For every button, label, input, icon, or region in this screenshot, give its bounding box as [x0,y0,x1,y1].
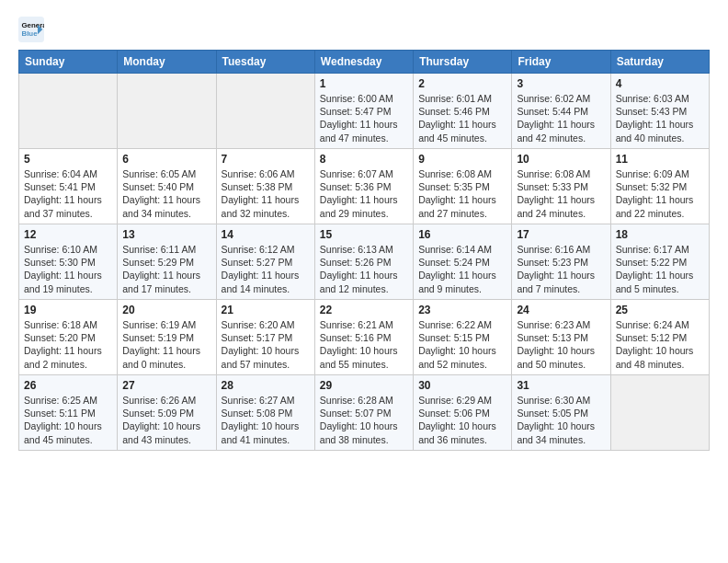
day-info: Sunrise: 6:23 AM Sunset: 5:13 PM Dayligh… [517,318,605,371]
day-number: 26 [24,379,112,392]
calendar-week-row: 12Sunrise: 6:10 AM Sunset: 5:30 PM Dayli… [19,224,710,300]
day-number: 12 [24,228,112,241]
day-number: 3 [517,77,605,90]
calendar-day-25: 25Sunrise: 6:24 AM Sunset: 5:12 PM Dayli… [610,300,709,375]
calendar-day-26: 26Sunrise: 6:25 AM Sunset: 5:11 PM Dayli… [19,375,118,451]
day-number: 16 [418,228,506,241]
day-number: 24 [517,304,605,316]
logo-icon: General Blue [18,17,44,42]
calendar-day-16: 16Sunrise: 6:14 AM Sunset: 5:24 PM Dayli… [414,224,512,300]
day-info: Sunrise: 6:10 AM Sunset: 5:30 PM Dayligh… [24,243,112,295]
day-info: Sunrise: 6:27 AM Sunset: 5:08 PM Dayligh… [222,394,310,446]
day-number: 8 [320,153,408,166]
calendar-day-8: 8Sunrise: 6:07 AM Sunset: 5:36 PM Daylig… [314,149,413,224]
day-number: 28 [222,379,310,392]
day-info: Sunrise: 6:26 AM Sunset: 5:09 PM Dayligh… [122,394,210,446]
day-info: Sunrise: 6:03 AM Sunset: 5:43 PM Dayligh… [616,92,704,144]
calendar-empty-cell [118,74,216,149]
calendar-table: SundayMondayTuesdayWednesdayThursdayFrid… [18,50,710,451]
calendar-day-24: 24Sunrise: 6:23 AM Sunset: 5:13 PM Dayli… [512,300,610,375]
day-number: 15 [320,228,408,241]
calendar-day-4: 4Sunrise: 6:03 AM Sunset: 5:43 PM Daylig… [610,74,709,149]
weekday-header-friday: Friday [512,51,610,74]
day-info: Sunrise: 6:16 AM Sunset: 5:23 PM Dayligh… [517,243,605,295]
day-info: Sunrise: 6:05 AM Sunset: 5:40 PM Dayligh… [122,167,210,220]
day-number: 7 [222,153,310,166]
day-info: Sunrise: 6:11 AM Sunset: 5:29 PM Dayligh… [122,243,210,295]
calendar-day-17: 17Sunrise: 6:16 AM Sunset: 5:23 PM Dayli… [512,224,610,300]
weekday-header-thursday: Thursday [414,51,512,74]
day-number: 13 [122,228,210,241]
calendar-week-row: 19Sunrise: 6:18 AM Sunset: 5:20 PM Dayli… [19,300,710,375]
day-number: 21 [222,304,310,316]
day-info: Sunrise: 6:07 AM Sunset: 5:36 PM Dayligh… [320,167,408,220]
calendar-week-row: 26Sunrise: 6:25 AM Sunset: 5:11 PM Dayli… [19,375,710,451]
day-number: 11 [616,153,704,166]
day-number: 23 [418,304,506,316]
day-number: 25 [616,304,704,316]
day-number: 9 [418,153,506,166]
day-number: 22 [320,304,408,316]
calendar-body: 1Sunrise: 6:00 AM Sunset: 5:47 PM Daylig… [19,74,710,451]
calendar-day-18: 18Sunrise: 6:17 AM Sunset: 5:22 PM Dayli… [610,224,709,300]
day-info: Sunrise: 6:30 AM Sunset: 5:05 PM Dayligh… [517,394,605,446]
svg-text:Blue: Blue [22,29,39,38]
calendar-day-23: 23Sunrise: 6:22 AM Sunset: 5:15 PM Dayli… [414,300,512,375]
day-info: Sunrise: 6:04 AM Sunset: 5:41 PM Dayligh… [24,167,112,220]
day-number: 2 [418,77,506,90]
day-info: Sunrise: 6:19 AM Sunset: 5:19 PM Dayligh… [122,318,210,371]
day-number: 18 [616,228,704,241]
calendar-day-5: 5Sunrise: 6:04 AM Sunset: 5:41 PM Daylig… [19,149,118,224]
calendar-header: SundayMondayTuesdayWednesdayThursdayFrid… [19,51,710,74]
calendar-day-3: 3Sunrise: 6:02 AM Sunset: 5:44 PM Daylig… [512,74,610,149]
calendar-day-15: 15Sunrise: 6:13 AM Sunset: 5:26 PM Dayli… [314,224,413,300]
weekday-header-sunday: Sunday [19,51,118,74]
day-info: Sunrise: 6:21 AM Sunset: 5:16 PM Dayligh… [320,318,408,371]
day-info: Sunrise: 6:02 AM Sunset: 5:44 PM Dayligh… [517,92,605,144]
calendar-empty-cell [610,375,709,451]
day-info: Sunrise: 6:24 AM Sunset: 5:12 PM Dayligh… [616,318,704,371]
weekday-header-row: SundayMondayTuesdayWednesdayThursdayFrid… [19,51,710,74]
calendar-day-12: 12Sunrise: 6:10 AM Sunset: 5:30 PM Dayli… [19,224,118,300]
day-info: Sunrise: 6:29 AM Sunset: 5:06 PM Dayligh… [418,394,506,446]
calendar-day-9: 9Sunrise: 6:08 AM Sunset: 5:35 PM Daylig… [414,149,512,224]
calendar-page: General Blue SundayMondayTuesdayWednesda… [0,0,728,563]
day-info: Sunrise: 6:28 AM Sunset: 5:07 PM Dayligh… [320,394,408,446]
day-number: 14 [222,228,310,241]
calendar-empty-cell [216,74,314,149]
calendar-day-27: 27Sunrise: 6:26 AM Sunset: 5:09 PM Dayli… [118,375,216,451]
calendar-day-2: 2Sunrise: 6:01 AM Sunset: 5:46 PM Daylig… [414,74,512,149]
calendar-day-28: 28Sunrise: 6:27 AM Sunset: 5:08 PM Dayli… [216,375,314,451]
day-number: 19 [24,304,112,316]
calendar-day-7: 7Sunrise: 6:06 AM Sunset: 5:38 PM Daylig… [216,149,314,224]
weekday-header-tuesday: Tuesday [216,51,314,74]
day-number: 1 [320,77,408,90]
calendar-day-6: 6Sunrise: 6:05 AM Sunset: 5:40 PM Daylig… [118,149,216,224]
day-info: Sunrise: 6:17 AM Sunset: 5:22 PM Dayligh… [616,243,704,295]
calendar-day-30: 30Sunrise: 6:29 AM Sunset: 5:06 PM Dayli… [414,375,512,451]
calendar-day-10: 10Sunrise: 6:08 AM Sunset: 5:33 PM Dayli… [512,149,610,224]
weekday-header-wednesday: Wednesday [314,51,413,74]
calendar-day-29: 29Sunrise: 6:28 AM Sunset: 5:07 PM Dayli… [314,375,413,451]
calendar-day-14: 14Sunrise: 6:12 AM Sunset: 5:27 PM Dayli… [216,224,314,300]
day-info: Sunrise: 6:01 AM Sunset: 5:46 PM Dayligh… [418,92,506,144]
day-info: Sunrise: 6:09 AM Sunset: 5:32 PM Dayligh… [616,167,704,220]
day-info: Sunrise: 6:12 AM Sunset: 5:27 PM Dayligh… [222,243,310,295]
day-number: 31 [517,379,605,392]
day-number: 29 [320,379,408,392]
calendar-day-11: 11Sunrise: 6:09 AM Sunset: 5:32 PM Dayli… [610,149,709,224]
calendar-day-21: 21Sunrise: 6:20 AM Sunset: 5:17 PM Dayli… [216,300,314,375]
day-number: 20 [122,304,210,316]
day-info: Sunrise: 6:08 AM Sunset: 5:35 PM Dayligh… [418,167,506,220]
day-info: Sunrise: 6:22 AM Sunset: 5:15 PM Dayligh… [418,318,506,371]
calendar-empty-cell [19,74,118,149]
calendar-day-13: 13Sunrise: 6:11 AM Sunset: 5:29 PM Dayli… [118,224,216,300]
day-number: 17 [517,228,605,241]
day-number: 6 [122,153,210,166]
day-info: Sunrise: 6:06 AM Sunset: 5:38 PM Dayligh… [222,167,310,220]
calendar-week-row: 5Sunrise: 6:04 AM Sunset: 5:41 PM Daylig… [19,149,710,224]
weekday-header-monday: Monday [118,51,216,74]
calendar-day-31: 31Sunrise: 6:30 AM Sunset: 5:05 PM Dayli… [512,375,610,451]
calendar-day-20: 20Sunrise: 6:19 AM Sunset: 5:19 PM Dayli… [118,300,216,375]
day-info: Sunrise: 6:18 AM Sunset: 5:20 PM Dayligh… [24,318,112,371]
